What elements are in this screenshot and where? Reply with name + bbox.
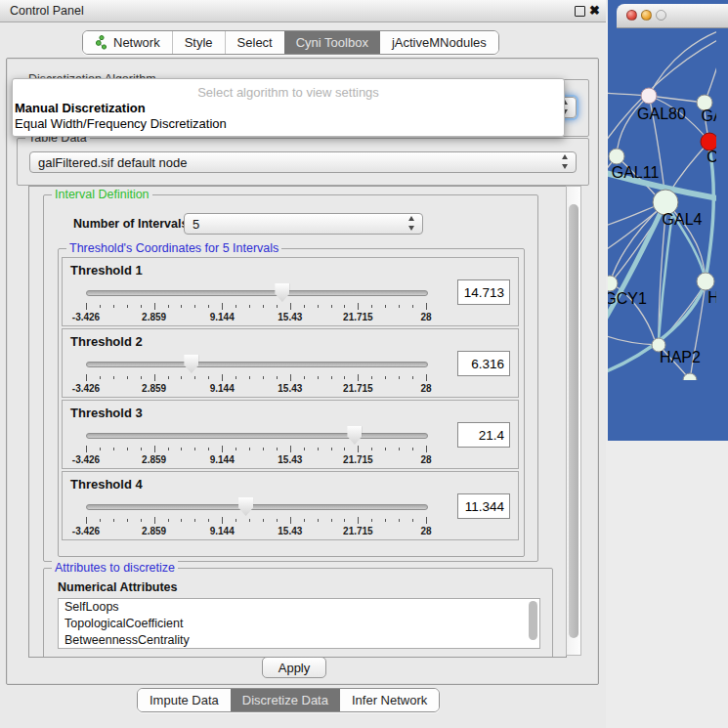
tick-mark: [236, 519, 236, 522]
tick-mark: [412, 448, 413, 450]
slider-thumb[interactable]: [238, 497, 253, 516]
tab-style[interactable]: Style: [172, 31, 225, 54]
tab-impute-data[interactable]: Impute Data: [138, 689, 231, 711]
tick-mark: [208, 305, 209, 308]
tick-mark: [222, 303, 223, 310]
tick-mark: [331, 448, 332, 450]
tick-mark: [399, 305, 400, 308]
apply-button[interactable]: Apply: [262, 657, 326, 678]
tick-mark: [290, 446, 291, 452]
threshold-value-field[interactable]: 6.316: [457, 351, 510, 376]
threshold-value-field[interactable]: 21.4: [457, 422, 510, 448]
node-label: GAL4: [663, 211, 703, 228]
tick-mark: [290, 303, 291, 310]
close-icon[interactable]: ✖: [589, 2, 600, 20]
tab-jactivemnodules[interactable]: jActiveMNodules: [380, 31, 498, 54]
threshold-label: Threshold 3: [70, 406, 143, 420]
node-label: C: [707, 149, 716, 165]
node-label: GAL11: [612, 164, 660, 181]
tick-mark: [127, 448, 128, 450]
threshold-slider[interactable]: -3.4262.8599.14415.4321.71528: [86, 283, 426, 324]
settings-scroll-area: Interval Definition Number of Intervals …: [28, 186, 567, 658]
group-title: Attributes to discretize: [52, 561, 178, 575]
tick-label: 15.43: [278, 526, 302, 536]
attribute-list-item[interactable]: SelfLoops: [59, 599, 539, 616]
number-of-intervals-select[interactable]: 5: [184, 213, 423, 235]
tab-network[interactable]: Network: [83, 31, 172, 54]
network-node[interactable]: [697, 273, 714, 290]
tick-mark: [331, 305, 332, 308]
tick-mark: [141, 305, 142, 308]
list-scrollbar-thumb[interactable]: [529, 601, 537, 640]
attribute-list-item[interactable]: BetweennessCentrality: [59, 632, 539, 649]
cyni-panel-body: Discretization Algorithm Table Data galF…: [6, 58, 599, 685]
tick-mark: [277, 305, 278, 308]
threshold-label: Threshold 2: [70, 334, 143, 349]
network-window: GAL80GACGAL11GAL4GCY1HHAP2: [608, 0, 728, 441]
tick-mark: [304, 305, 305, 308]
tick-mark: [168, 519, 169, 522]
tick-mark: [426, 374, 427, 381]
threshold-value-field[interactable]: 14.713: [457, 279, 510, 305]
tick-mark: [371, 519, 372, 522]
threshold-label: Threshold 4: [70, 477, 143, 492]
slider-track[interactable]: [86, 433, 428, 439]
slider-thumb[interactable]: [275, 283, 289, 302]
threshold-panel: Threshold 4 -3.4262.8599.14415.4321.7152…: [62, 471, 519, 540]
tick-mark: [318, 305, 319, 308]
float-window-icon[interactable]: [575, 6, 585, 17]
node-label: GA: [701, 107, 716, 124]
tick-mark: [194, 376, 195, 379]
network-tab-icon: [95, 35, 108, 50]
network-node[interactable]: [609, 149, 624, 164]
zoom-traffic-light[interactable]: [656, 10, 666, 21]
tab-infer-network[interactable]: Infer Network: [340, 689, 439, 711]
tab-label: Network: [113, 35, 160, 50]
tick-mark: [412, 519, 413, 522]
slider-track[interactable]: [86, 362, 428, 367]
tick-mark: [86, 374, 87, 381]
tick-mark: [344, 376, 345, 379]
popup-option-equal-width-frequency[interactable]: Equal Width/Frequency Discretization: [13, 116, 564, 132]
network-node[interactable]: [641, 88, 657, 104]
minimize-traffic-light[interactable]: [641, 10, 652, 21]
tab-select[interactable]: Select: [225, 31, 284, 54]
tab-discretize-data[interactable]: Discretize Data: [231, 689, 340, 711]
tick-mark: [181, 376, 182, 379]
threshold-slider[interactable]: -3.4262.8599.14415.4321.71528: [86, 497, 426, 538]
tick-label: 28: [420, 383, 431, 394]
tab-label: jActiveMNodules: [392, 35, 487, 50]
tab-cyni-toolbox[interactable]: Cyni Toolbox: [284, 31, 380, 54]
node-label: HAP2: [660, 349, 701, 365]
popup-option-manual-discretization[interactable]: Manual Discretization: [13, 101, 564, 116]
slider-thumb[interactable]: [347, 426, 362, 445]
tick-mark: [208, 519, 209, 522]
tick-mark: [318, 376, 319, 379]
tick-label: 15.43: [278, 383, 302, 394]
tick-mark: [194, 305, 195, 308]
threshold-slider[interactable]: -3.4262.8599.14415.4321.71528: [86, 426, 426, 467]
tick-mark: [412, 305, 413, 308]
tick-mark: [426, 303, 427, 310]
threshold-value-field[interactable]: 11.344: [457, 493, 510, 519]
vertical-scrollbar-thumb[interactable]: [569, 204, 578, 638]
slider-thumb[interactable]: [184, 355, 198, 373]
attribute-list-item[interactable]: TopologicalCoefficient: [59, 616, 539, 632]
table-data-select[interactable]: galFiltered.sif default node: [29, 151, 577, 173]
close-traffic-light[interactable]: [626, 10, 637, 21]
slider-track[interactable]: [86, 504, 428, 510]
tick-mark: [222, 517, 223, 524]
tick-mark: [344, 448, 345, 450]
slider-track[interactable]: [86, 290, 428, 296]
table-data-value: galFiltered.sif default node: [38, 155, 187, 170]
tick-mark: [277, 448, 278, 450]
network-node[interactable]: [608, 276, 618, 291]
network-canvas[interactable]: GAL80GACGAL11GAL4GCY1HHAP2: [608, 0, 728, 384]
tick-mark: [399, 376, 400, 379]
tick-mark: [277, 519, 278, 522]
vertical-scrollbar[interactable]: [566, 186, 581, 656]
threshold-slider[interactable]: -3.4262.8599.14415.4321.71528: [86, 355, 426, 396]
node-label: H: [707, 289, 716, 306]
slider-ticks: [86, 303, 426, 311]
numerical-attributes-list[interactable]: SelfLoopsTopologicalCoefficientBetweenne…: [58, 598, 540, 649]
